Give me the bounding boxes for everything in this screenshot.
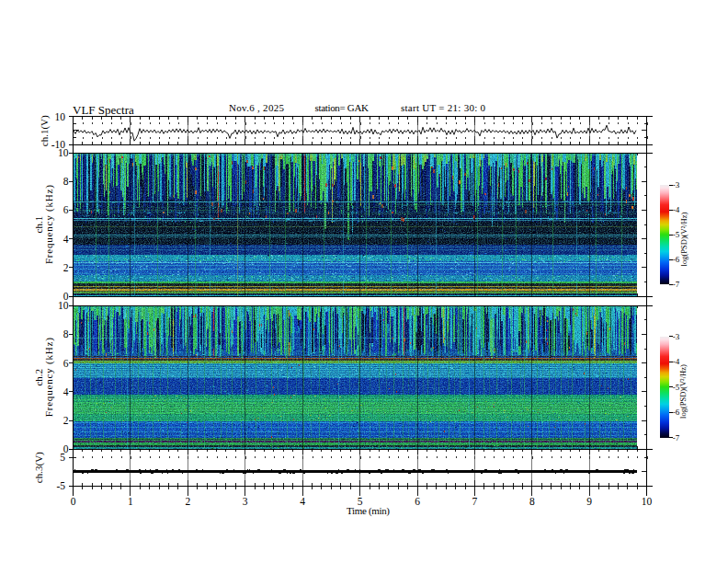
svg-text:VLF Spectra: VLF Spectra bbox=[73, 103, 134, 117]
svg-text:10: 10 bbox=[642, 496, 653, 507]
svg-text:log(PSD)(V²/Hz): log(PSD)(V²/Hz) bbox=[679, 212, 688, 266]
svg-text:3: 3 bbox=[243, 496, 248, 507]
svg-text:9: 9 bbox=[586, 496, 592, 507]
svg-text:1: 1 bbox=[128, 496, 133, 507]
svg-text:-5: -5 bbox=[56, 480, 65, 491]
svg-text:8: 8 bbox=[63, 328, 69, 339]
svg-text:4: 4 bbox=[300, 496, 305, 507]
svg-text:log(PSD)(V²/Hz): log(PSD)(V²/Hz) bbox=[679, 364, 688, 419]
svg-text:6: 6 bbox=[415, 496, 420, 507]
svg-text:6: 6 bbox=[63, 204, 69, 215]
svg-text:7: 7 bbox=[472, 496, 478, 507]
svg-text:8: 8 bbox=[63, 176, 69, 187]
svg-text:-7: -7 bbox=[673, 433, 680, 442]
svg-text:5: 5 bbox=[60, 452, 65, 463]
svg-text:0: 0 bbox=[71, 496, 76, 507]
svg-text:station= GAK: station= GAK bbox=[315, 102, 370, 113]
svg-text:6: 6 bbox=[63, 358, 69, 369]
svg-text:2: 2 bbox=[63, 415, 69, 426]
svg-text:10: 10 bbox=[58, 147, 69, 158]
svg-text:ch.1(V): ch.1(V) bbox=[39, 115, 51, 146]
svg-text:-7: -7 bbox=[673, 280, 680, 289]
svg-text:4: 4 bbox=[63, 386, 69, 397]
svg-text:-3: -3 bbox=[673, 332, 680, 341]
svg-text:Nov.6 , 2025: Nov.6 , 2025 bbox=[229, 102, 285, 113]
svg-text:2: 2 bbox=[185, 496, 190, 507]
svg-text:Time (min): Time (min) bbox=[347, 505, 390, 517]
svg-text:4: 4 bbox=[63, 234, 69, 245]
svg-text:Frequency (kHz): Frequency (kHz) bbox=[44, 338, 56, 417]
svg-text:start UT = 21: 30: 0: start UT = 21: 30: 0 bbox=[401, 102, 486, 113]
svg-text:2: 2 bbox=[63, 262, 69, 273]
svg-text:8: 8 bbox=[529, 496, 535, 507]
svg-text:Frequency (kHz): Frequency (kHz) bbox=[44, 185, 56, 264]
svg-text:10: 10 bbox=[58, 300, 69, 311]
svg-text:10: 10 bbox=[55, 111, 66, 122]
svg-text:-3: -3 bbox=[673, 180, 680, 190]
svg-text:ch.3(V): ch.3(V) bbox=[34, 452, 46, 483]
